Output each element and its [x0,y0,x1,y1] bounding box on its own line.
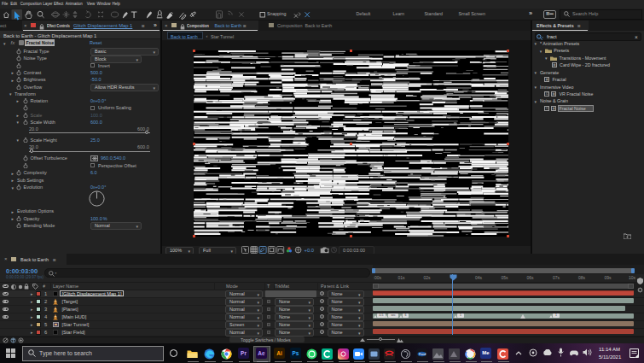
svg-text:Ford: Ford [419,352,426,356]
svg-text:+0.0: +0.0 [305,248,314,253]
